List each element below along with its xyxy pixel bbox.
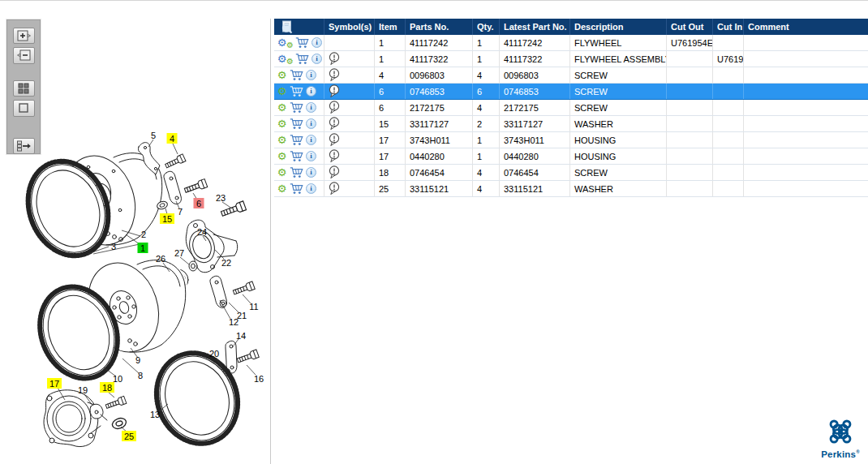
info-icon[interactable]: i [306,102,316,113]
table-row[interactable]: ⚙i17044028010440280HOUSING [274,148,868,165]
gear-icon[interactable]: ⚙ [277,151,287,161]
add-to-cart-icon[interactable] [290,101,303,114]
diagram-callout-12[interactable]: 12 [229,317,238,327]
note-symbol-icon[interactable] [329,133,340,147]
info-icon[interactable]: i [306,167,316,178]
latest-part-no-cell: 3743H011 [500,132,570,148]
diagram-callout-1[interactable]: 1 [138,243,148,253]
note-symbol-icon[interactable] [329,101,340,114]
table-row[interactable]: ⚙i6074685360746853SCREW [274,84,868,100]
note-symbol-icon[interactable] [329,52,340,66]
diagram-callout-6[interactable]: 6 [194,198,204,208]
symbol-cell [324,181,375,196]
table-row[interactable]: ⚙i2533115121433115121WASHER [274,181,868,197]
gear-icon[interactable]: ⚙ [277,70,287,80]
diagram-callout-11[interactable]: 11 [249,302,258,311]
add-to-cart-icon[interactable] [290,85,303,97]
description-cell: SCREW [570,100,667,115]
diagram-callout-22[interactable]: 22 [221,258,231,268]
diagram-callout-14[interactable]: 14 [236,331,246,341]
cut-in-cell [713,148,744,164]
diagram-callout-20[interactable]: 20 [209,349,219,359]
add-to-cart-icon[interactable] [290,118,303,130]
add-to-cart-icon[interactable] [290,150,303,162]
table-row[interactable]: ⚙i173743H01113743H011HOUSING [274,132,868,148]
col-header-comment[interactable]: Comment [744,19,868,35]
diagram-callout-7[interactable]: 7 [178,207,183,217]
table-row[interactable]: ⚙i4009680340096803SCREW [274,67,868,84]
table-row[interactable]: ⚙i18074645440746454SCREW [274,165,868,181]
diagram-callout-16[interactable]: 16 [254,374,264,384]
zoom-in-button[interactable] [13,28,35,44]
diagram-callout-26[interactable]: 26 [156,254,165,264]
col-header-cut-out[interactable]: Cut Out [667,19,713,35]
diagram-callout-4[interactable]: 4 [167,133,178,144]
info-icon[interactable]: i [312,54,322,64]
gear-icon[interactable]: ⚙ [277,102,287,113]
diagram-callout-23[interactable]: 23 [216,193,226,203]
latest-part-no-cell: 33117127 [500,116,570,131]
zoom-window-button[interactable] [13,100,35,116]
table-row[interactable]: ⚙i6217217542172175SCREW [274,100,868,116]
diagram-callout-13[interactable]: 13 [150,410,160,419]
info-icon[interactable]: i [306,135,316,145]
diagram-callout-18[interactable]: 18 [100,382,114,393]
col-header-latest-part-no[interactable]: Latest Part No. [500,19,570,35]
col-header-actions[interactable] [274,19,324,35]
cut-in-cell [713,35,744,50]
add-to-cart-icon[interactable] [295,37,309,49]
info-icon[interactable]: i [306,183,316,194]
info-icon[interactable]: i [306,70,316,80]
gear-icon[interactable]: ⚙ [277,86,287,97]
col-header-item[interactable]: Item [375,19,406,35]
diagram-callout-5[interactable]: 5 [151,131,156,140]
info-icon[interactable]: i [312,37,322,48]
diagram-callout-27[interactable]: 27 [174,248,184,258]
tile-view-button[interactable] [13,80,35,97]
diagram-callout-15[interactable]: 15 [160,213,174,224]
info-icon[interactable]: i [306,86,316,97]
col-header-symbols[interactable]: Symbol(s) [324,19,375,35]
gear-icon[interactable]: ⚙ [277,167,287,178]
info-icon[interactable]: i [306,118,316,129]
col-header-qty[interactable]: Qty. [473,19,500,35]
note-symbol-icon[interactable] [329,165,340,179]
zoom-out-button[interactable] [13,47,35,63]
add-to-cart-icon[interactable] [290,69,303,81]
panel-toggle-button[interactable] [13,138,35,154]
col-header-parts-no[interactable]: Parts No. [406,19,473,35]
col-header-cut-in[interactable]: Cut In [713,19,744,35]
svg-text:25: 25 [124,432,134,441]
note-symbol-icon[interactable] [329,182,340,195]
diagram-callout-17[interactable]: 17 [47,378,62,389]
add-to-cart-icon[interactable] [290,166,303,178]
note-symbol-icon[interactable] [329,149,340,163]
add-to-cart-icon[interactable] [295,53,309,65]
diagram-callout-25[interactable]: 25 [122,431,136,441]
note-symbol-icon[interactable] [329,68,340,82]
diagram-callout-24[interactable]: 24 [197,227,207,237]
cut-out-cell [667,67,713,83]
info-icon[interactable]: i [306,151,316,161]
gear-icon[interactable]: ⚙ [277,118,287,129]
table-row[interactable]: ⚙i1533117127233117127WASHER [274,116,868,132]
diagram-callout-8[interactable]: 8 [138,371,143,380]
diagram-callout-19[interactable]: 19 [78,385,88,395]
diagram-callout-9[interactable]: 9 [135,355,140,365]
note-symbol-icon[interactable] [329,84,340,98]
gear-icon[interactable]: ⚙ [277,135,287,145]
table-row[interactable]: ⚙⚙i141117242141117242FLYWHEELU761954E [274,35,868,51]
gear-green-icon[interactable]: ⚙ [285,40,295,50]
comment-cell [744,116,868,131]
note-symbol-icon[interactable] [329,117,340,131]
gear-icon[interactable]: ⚙ [277,183,287,194]
gear-green-icon[interactable]: ⚙ [285,56,295,67]
diagram-callout-2[interactable]: 2 [141,230,146,239]
row-actions: ⚙i [274,181,324,196]
table-row[interactable]: ⚙⚙i141117322141117322FLYWHEEL ASSEMBLYU7… [274,51,868,67]
diagram-callout-3[interactable]: 3 [111,242,116,251]
svg-text:27: 27 [174,248,184,258]
col-header-description[interactable]: Description [570,19,667,35]
add-to-cart-icon[interactable] [290,183,303,195]
add-to-cart-icon[interactable] [290,134,303,146]
